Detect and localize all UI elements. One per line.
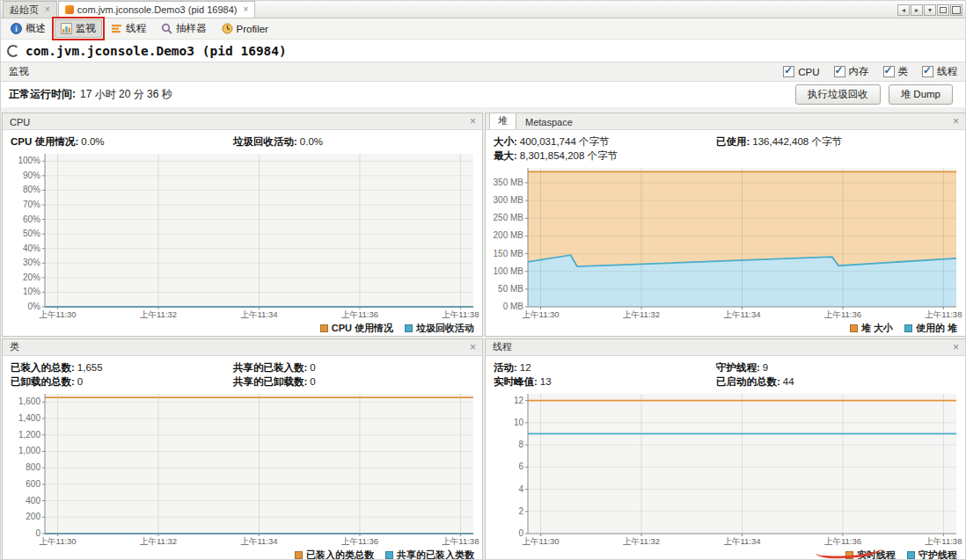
svg-text:400: 400	[26, 496, 40, 505]
stat-line: 已使用:136,442,408 个字节	[716, 135, 939, 149]
checkbox-memory[interactable]: 内存	[834, 65, 869, 78]
stat-label: CPU 使用情况:	[11, 136, 78, 147]
checkbox-classes[interactable]: 类	[883, 65, 909, 78]
stat-label: 已装入的总数:	[11, 362, 75, 373]
checkbox-threads[interactable]: 线程	[922, 65, 957, 78]
svg-text:上午11:32: 上午11:32	[623, 536, 660, 546]
svg-text:上午11:34: 上午11:34	[240, 309, 277, 319]
threads-button[interactable]: 线程	[105, 19, 152, 38]
stat-line: 大小:400,031,744 个字节	[494, 135, 716, 149]
tab-scroll-left-icon[interactable]: ◂	[897, 4, 910, 16]
tab-start-page[interactable]: 起始页 ×	[3, 1, 57, 18]
svg-text:0 MB: 0 MB	[503, 302, 524, 311]
stat-column: 已使用:136,442,408 个字节	[716, 135, 939, 163]
panel-cpu: CPU×CPU 使用情况:0.0%垃圾回收活动:0.0%100%90%80%70…	[2, 113, 483, 337]
refresh-icon	[7, 45, 19, 57]
overview-icon: i	[11, 23, 22, 34]
uptime-value: 17 小时 20 分 36 秒	[80, 87, 172, 102]
stat-line: 已启动的总数:44	[716, 375, 939, 389]
chart-cpu: 100%90%80%70%60%50%40%30%20%10%0%上午11:30…	[3, 149, 482, 320]
svg-text:上午11:34: 上午11:34	[723, 309, 760, 319]
svg-text:上午11:36: 上午11:36	[824, 536, 861, 546]
monitor-button[interactable]: 监视	[55, 19, 102, 38]
tab-bar: 起始页 × com.jvm.jconsole.Demo3 (pid 16984)…	[1, 1, 965, 18]
profiler-label: Profiler	[237, 24, 268, 34]
checkbox-checked-icon	[922, 66, 933, 77]
svg-text:12: 12	[514, 396, 524, 405]
tab-application[interactable]: com.jvm.jconsole.Demo3 (pid 16984) ×	[58, 1, 255, 18]
legend-swatch-blue	[385, 551, 393, 559]
action-buttons: 执行垃圾回收 堆 Dump	[795, 84, 957, 105]
stat-label: 活动:	[494, 362, 517, 373]
panel-stats-classes: 已装入的总数:1,655已卸载的总数:0共享的已装入数:0共享的已卸载数:0	[3, 356, 482, 389]
checkbox-cpu[interactable]: CPU	[783, 65, 819, 78]
legend-item: 守护线程	[907, 549, 957, 560]
svg-text:30%: 30%	[23, 258, 40, 267]
tab-scroll-right-icon[interactable]: ▸	[911, 4, 923, 16]
restore-window-icon[interactable]	[937, 4, 949, 16]
svg-text:i: i	[15, 25, 18, 33]
tab-label: com.jvm.jconsole.Demo3 (pid 16984)	[77, 4, 238, 15]
stat-column: 守护线程:9已启动的总数:44	[716, 360, 939, 389]
svg-text:上午11:36: 上午11:36	[341, 536, 378, 546]
svg-text:100 MB: 100 MB	[494, 266, 524, 276]
stat-value: 12	[520, 362, 531, 373]
profiler-button[interactable]: Profiler	[216, 20, 274, 37]
tab-close-icon[interactable]: ×	[45, 5, 50, 14]
panel-close-icon[interactable]: ×	[467, 115, 479, 129]
checkbox-label: 线程	[937, 65, 957, 78]
maximize-window-icon[interactable]	[950, 4, 962, 16]
tab-close-icon[interactable]: ×	[243, 5, 248, 14]
stat-label: 大小:	[494, 136, 517, 147]
charts-grid: CPU×CPU 使用情况:0.0%垃圾回收活动:0.0%100%90%80%70…	[1, 107, 965, 560]
svg-text:800: 800	[26, 462, 40, 472]
stat-value: 0	[310, 376, 315, 387]
stat-value: 13	[540, 376, 552, 387]
stat-column: 垃圾回收活动:0.0%	[233, 135, 456, 149]
stat-label: 实时峰值:	[494, 376, 538, 387]
legend-cpu: CPU 使用情况垃圾回收活动	[3, 320, 482, 336]
stat-value: 44	[783, 376, 794, 387]
panel-classes: 类×已装入的总数:1,655已卸载的总数:0共享的已装入数:0共享的已卸载数:0…	[2, 338, 483, 560]
stat-value: 9	[763, 362, 768, 373]
stat-value: 0.0%	[300, 136, 323, 147]
stat-value: 0.0%	[81, 136, 104, 147]
sampler-button[interactable]: 抽样器	[155, 19, 213, 38]
heap-dump-button[interactable]: 堆 Dump	[889, 84, 953, 105]
legend-item: 实时线程	[845, 549, 896, 560]
overview-label: 概述	[26, 22, 46, 35]
svg-text:2: 2	[518, 506, 523, 516]
stat-line: 共享的已卸载数:0	[233, 375, 456, 389]
legend-classes: 已装入的类总数共享的已装入类数	[3, 547, 482, 560]
panel-tab-heap-1[interactable]: Metaspace	[516, 115, 582, 129]
sampler-icon	[161, 23, 172, 34]
panel-close-icon[interactable]: ×	[467, 341, 479, 355]
stat-line: 最大:8,301,854,208 个字节	[494, 149, 716, 163]
legend-swatch-orange	[850, 324, 858, 332]
overview-button[interactable]: i 概述	[4, 19, 52, 38]
panel-threads: 线程×活动:12实时峰值:13守护线程:9已启动的总数:44121086420上…	[485, 338, 966, 560]
svg-text:200: 200	[26, 512, 40, 521]
panel-close-icon[interactable]: ×	[950, 341, 962, 355]
svg-text:150 MB: 150 MB	[494, 249, 524, 258]
stat-value: 0	[310, 362, 315, 373]
checkbox-label: 内存	[849, 65, 869, 78]
legend-heap: 堆 大小使用的 堆	[486, 320, 965, 336]
stat-line: 已装入的总数:1,655	[11, 360, 233, 375]
stat-label: 最大:	[494, 150, 517, 161]
checkbox-checked-icon	[783, 66, 794, 77]
svg-text:10%: 10%	[23, 287, 40, 296]
panel-close-icon[interactable]: ×	[950, 115, 962, 129]
svg-text:40%: 40%	[23, 244, 40, 253]
perform-gc-button[interactable]: 执行垃圾回收	[795, 84, 881, 105]
panel-tab-heap-0[interactable]: 堆	[489, 113, 516, 129]
tab-list-icon[interactable]: ▾	[924, 4, 936, 16]
chart-threads: 121086420上午11:30上午11:32上午11:34上午11:36上午1…	[486, 389, 965, 547]
legend-item: CPU 使用情况	[320, 322, 393, 335]
stat-line: 实时峰值:13	[494, 375, 716, 389]
legend-label: CPU 使用情况	[332, 322, 393, 335]
chart-classes: 1,6001,4001,2001,0008006004002000上午11:30…	[3, 389, 482, 547]
legend-swatch-blue	[907, 551, 915, 559]
toolbar: i 概述 监视 线程 抽样器 Profiler	[1, 18, 965, 40]
stat-column: 大小:400,031,744 个字节最大:8,301,854,208 个字节	[494, 135, 716, 163]
